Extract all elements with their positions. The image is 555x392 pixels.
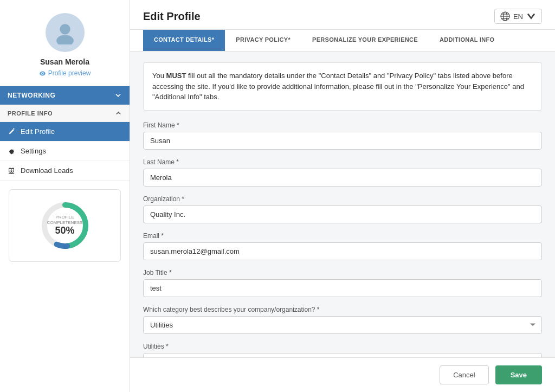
tabs-bar: CONTACT DETAILS* PRIVACY POLICY* PERSONA… [130, 30, 555, 52]
gear-icon [8, 147, 15, 155]
last-name-label: Last Name * [143, 158, 542, 166]
last-name-input[interactable] [143, 169, 542, 187]
category-select[interactable]: Utilities Technology Finance Healthcare … [143, 316, 542, 334]
sidebar-item-download-leads[interactable]: Download Leads [0, 161, 130, 181]
page-title: Edit Profile [143, 10, 201, 23]
bottom-actions: Cancel Save [130, 357, 555, 392]
email-group: Email * [143, 232, 542, 260]
first-name-input[interactable] [143, 132, 542, 150]
profile-preview-label: Profile preview [48, 69, 91, 77]
email-input[interactable] [143, 242, 542, 260]
organization-group: Organization * [143, 195, 542, 223]
form-area: You MUST fill out all the mandatory deta… [130, 52, 555, 392]
edit-profile-label: Edit Profile [21, 127, 55, 136]
lang-label: EN [513, 12, 523, 21]
profile-info-label: PROFILE INFO [8, 110, 53, 117]
completeness-percent: 50% [47, 225, 83, 236]
save-button[interactable]: Save [495, 365, 542, 384]
tab-additional-info[interactable]: ADDITIONAL INFO [429, 30, 505, 51]
category-select-wrapper: Utilities Technology Finance Healthcare … [143, 316, 542, 334]
pencil-icon [8, 128, 15, 136]
tab-personalize[interactable]: PERSONALIZE YOUR EXPERIENCE [301, 30, 429, 51]
svg-point-1 [56, 35, 74, 44]
organization-input[interactable] [143, 205, 542, 223]
language-selector[interactable]: EN [494, 9, 542, 24]
category-label: Which category best describes your compa… [143, 306, 542, 313]
sidebar-item-settings[interactable]: Settings [0, 142, 130, 161]
organization-label: Organization * [143, 195, 542, 203]
utilities-label: Utilities * [143, 343, 542, 350]
download-icon [8, 167, 15, 175]
main-header: Edit Profile EN [130, 0, 555, 30]
job-title-input[interactable] [143, 279, 542, 297]
profile-completeness-widget: PROFILECOMPLETENESS 50% [9, 189, 121, 262]
category-group: Which category best describes your compa… [143, 306, 542, 334]
completeness-donut: PROFILECOMPLETENESS 50% [38, 198, 92, 253]
completeness-label: PROFILECOMPLETENESS [47, 215, 83, 225]
tab-privacy-policy[interactable]: PRIVACY POLICY* [225, 30, 301, 51]
job-title-group: Job Title * [143, 269, 542, 297]
tab-contact-details[interactable]: CONTACT DETAILS* [143, 30, 225, 51]
networking-label: NETWORKING [8, 92, 55, 99]
download-leads-label: Download Leads [21, 166, 73, 175]
sidebar: Susan Merola Profile preview NETWORKING … [0, 0, 130, 392]
svg-point-0 [60, 24, 70, 34]
email-label: Email * [143, 232, 542, 240]
sidebar-networking-header[interactable]: NETWORKING [0, 86, 130, 105]
notice-text: You MUST fill out all the mandatory deta… [143, 62, 542, 111]
eye-icon [39, 70, 46, 77]
sidebar-profile: Susan Merola Profile preview [0, 0, 130, 86]
last-name-group: Last Name * [143, 158, 542, 187]
first-name-group: First Name * [143, 121, 542, 150]
sidebar-item-edit-profile[interactable]: Edit Profile [0, 122, 130, 142]
chevron-down-lang-icon [526, 11, 536, 21]
avatar [46, 13, 85, 52]
main-content: Edit Profile EN CONTACT DETAILS* [130, 0, 555, 392]
settings-label: Settings [21, 147, 46, 155]
sidebar-profile-info-header[interactable]: PROFILE INFO [0, 105, 130, 122]
globe-icon [500, 11, 510, 21]
donut-center: PROFILECOMPLETENESS 50% [47, 215, 83, 236]
chevron-down-icon [114, 92, 122, 99]
first-name-label: First Name * [143, 121, 542, 129]
sidebar-username: Susan Merola [40, 57, 89, 66]
profile-preview-link[interactable]: Profile preview [39, 69, 91, 77]
chevron-up-icon [115, 110, 122, 117]
job-title-label: Job Title * [143, 269, 542, 277]
cancel-button[interactable]: Cancel [440, 365, 488, 384]
